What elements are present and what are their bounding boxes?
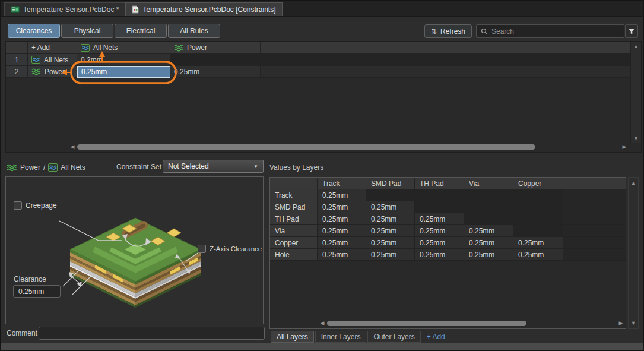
- document-tab-bar: Temperature Sensor.PcbDoc * Temperature …: [1, 1, 643, 17]
- column-header-label: Power: [187, 43, 207, 52]
- power-net-waves-icon: [7, 163, 17, 172]
- row-header[interactable]: Via: [270, 225, 318, 237]
- value-cell[interactable]: 0.25mm: [415, 237, 464, 249]
- refresh-button[interactable]: ⇅ Refresh: [424, 24, 472, 38]
- layer-tab-all-layers[interactable]: All Layers: [271, 331, 314, 343]
- tab-all-rules[interactable]: All Rules: [168, 24, 220, 38]
- table-vertical-scrollbar[interactable]: ▲ ▼: [628, 177, 639, 329]
- matrix-vertical-scrollbar[interactable]: ▲ ▼: [630, 42, 641, 143]
- swap-arrows-icon: ⇅: [431, 28, 437, 35]
- value-cell[interactable]: 0.25mm: [318, 249, 366, 261]
- row-number: 1: [6, 54, 28, 66]
- scroll-down-arrow-icon[interactable]: ▼: [631, 320, 636, 326]
- scroll-up-arrow-icon[interactable]: ▲: [633, 43, 639, 49]
- filter-button[interactable]: [625, 24, 638, 38]
- clearance-cell-allnets-allnets[interactable]: 0.2mm: [77, 54, 170, 66]
- col-header-th-pad[interactable]: TH Pad: [415, 178, 464, 189]
- row-header[interactable]: Hole: [270, 249, 318, 261]
- value-cell[interactable]: 0.25mm: [366, 249, 415, 261]
- table-row-smd-pad: SMD Pad 0.25mm 0.25mm: [270, 201, 626, 213]
- constraint-set-label: Constraint Set: [116, 163, 161, 171]
- z-axis-clearance-label: Z-Axis Clearance: [210, 245, 262, 252]
- pcb-stack-illustration: [56, 191, 211, 308]
- table-row-via: Via 0.25mm 0.25mm 0.25mm 0.25mm: [270, 225, 626, 237]
- tab-electrical[interactable]: Electrical: [115, 24, 167, 38]
- layer-tab-inner-layers[interactable]: Inner Layers: [315, 331, 367, 343]
- value-cell[interactable]: 0.25mm: [318, 201, 366, 213]
- matrix-row-filler: [261, 66, 641, 78]
- row-header[interactable]: TH Pad: [270, 213, 318, 225]
- scrollbar-thumb[interactable]: [327, 321, 526, 326]
- value-cell[interactable]: 0.25mm: [464, 249, 513, 261]
- add-layer-tab-button[interactable]: + Add: [427, 333, 445, 341]
- all-nets-waves-icon: [81, 44, 90, 52]
- col-header-track[interactable]: Track: [318, 178, 366, 189]
- row-header[interactable]: SMD Pad: [270, 201, 318, 213]
- scroll-left-arrow-icon[interactable]: ◀: [69, 143, 76, 151]
- magnifier-icon: [481, 28, 488, 35]
- creepage-checkbox[interactable]: [14, 201, 22, 210]
- value-cell[interactable]: 0.25mm: [513, 249, 563, 261]
- value-cell[interactable]: 0.25mm: [464, 237, 513, 249]
- tab-clearances[interactable]: Clearances: [8, 24, 60, 38]
- pcb-board-icon: [11, 6, 20, 13]
- value-cell[interactable]: 0.25mm: [415, 225, 464, 237]
- z-axis-clearance-checkbox[interactable]: [198, 245, 206, 253]
- scroll-right-arrow-icon[interactable]: ▶: [617, 320, 624, 327]
- constraint-set-dropdown[interactable]: Not Selected ▼: [163, 160, 264, 173]
- clearance-cell-power-power[interactable]: 0.25mm: [170, 66, 261, 78]
- value-cell-disabled: [513, 201, 563, 213]
- table-row-th-pad: TH Pad 0.25mm 0.25mm 0.25mm: [270, 213, 626, 225]
- value-cell-disabled: [513, 189, 563, 201]
- comment-input[interactable]: [39, 327, 265, 340]
- value-cell[interactable]: 0.25mm: [366, 237, 415, 249]
- power-net-waves-icon: [174, 44, 183, 52]
- scroll-down-arrow-icon[interactable]: ▼: [633, 135, 639, 141]
- matrix-horizontal-scrollbar[interactable]: ◀ ▶: [69, 143, 628, 151]
- scrollbar-thumb[interactable]: [77, 144, 535, 150]
- value-cell[interactable]: 0.25mm: [415, 249, 464, 261]
- col-header-copper[interactable]: Copper: [513, 178, 563, 189]
- value-cell[interactable]: 0.25mm: [415, 213, 464, 225]
- value-cell[interactable]: 0.25mm: [464, 225, 513, 237]
- document-tab-constraints[interactable]: Temperature Sensor.PcbDoc [Constraints]: [125, 2, 282, 16]
- tab-physical[interactable]: Physical: [61, 24, 113, 38]
- scroll-up-arrow-icon[interactable]: ▲: [631, 180, 636, 186]
- value-cell[interactable]: 0.25mm: [318, 225, 366, 237]
- table-horizontal-scrollbar[interactable]: ◀ ▶: [319, 320, 624, 327]
- table-row-track: Track 0.25mm: [270, 189, 626, 201]
- value-cell-disabled: [513, 213, 563, 225]
- search-input[interactable]: [491, 27, 620, 36]
- document-tab-label: Temperature Sensor.PcbDoc [Constraints]: [142, 5, 275, 14]
- chevron-down-icon: ▼: [253, 164, 258, 169]
- clearance-cell-power-allnets-selected[interactable]: 0.25mm: [77, 66, 170, 78]
- col-header-via[interactable]: Via: [464, 178, 513, 189]
- matrix-add-column-button[interactable]: + Add: [28, 42, 77, 54]
- row-header[interactable]: Copper: [270, 237, 318, 249]
- matrix-column-header-power[interactable]: Power: [170, 42, 261, 54]
- value-cell[interactable]: 0.25mm: [318, 213, 366, 225]
- constraints-doc-icon: [132, 5, 139, 14]
- row-header-all-nets[interactable]: All Nets: [28, 54, 77, 66]
- value-cell[interactable]: 0.25mm: [366, 201, 415, 213]
- power-net-waves-icon: [31, 68, 41, 75]
- value-cell[interactable]: 0.25mm: [366, 225, 415, 237]
- layer-tab-outer-layers[interactable]: Outer Layers: [367, 331, 420, 343]
- value-cell-disabled: [513, 225, 563, 237]
- scroll-right-arrow-icon[interactable]: ▶: [621, 143, 628, 151]
- document-tab-pcbdoc[interactable]: Temperature Sensor.PcbDoc *: [4, 2, 125, 16]
- row-header-label: All Nets: [44, 56, 68, 64]
- row-header-power[interactable]: Power: [28, 66, 77, 78]
- all-nets-waves-icon: [31, 56, 40, 64]
- value-cell[interactable]: 0.25mm: [318, 237, 366, 249]
- value-cell[interactable]: 0.25mm: [318, 189, 366, 201]
- value-cell[interactable]: 0.25mm: [513, 237, 563, 249]
- table-row-hole: Hole 0.25mm 0.25mm 0.25mm 0.25mm 0.25mm: [270, 249, 626, 261]
- matrix-column-header-all-nets[interactable]: All Nets: [77, 42, 170, 54]
- window-bottom-edge: [1, 343, 643, 350]
- scroll-left-arrow-icon[interactable]: ◀: [319, 320, 326, 327]
- clearance-value-input[interactable]: [13, 285, 61, 298]
- value-cell[interactable]: 0.25mm: [366, 213, 415, 225]
- row-header[interactable]: Track: [270, 189, 318, 201]
- col-header-smd-pad[interactable]: SMD Pad: [366, 178, 415, 189]
